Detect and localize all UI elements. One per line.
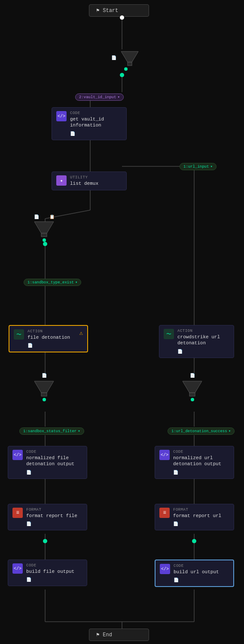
format-url-content: FORMAT format report url 📄 [173, 508, 221, 527]
url-input-badge[interactable]: 1:url_input ▾ [180, 163, 217, 170]
filter2-doc-icon: 📄 [34, 214, 39, 220]
vault-id-input-label: 2:vault_id_input [79, 95, 116, 99]
vault-code-icon: </> [56, 111, 67, 121]
url-detonation-chevron-icon: ▾ [229, 429, 231, 433]
filter2-dot [43, 238, 46, 242]
filter4-dot [191, 398, 194, 401]
sandbox-type-exist-label: 1:sandbox_type_exist [27, 280, 74, 285]
action-url-icon: 〜 [164, 329, 174, 339]
start-label: Start [103, 8, 118, 14]
format-file-name: format report file [26, 513, 77, 519]
format-file-output-dot [43, 539, 47, 543]
url-input-chevron-icon: ▾ [210, 164, 212, 169]
code-norm-file-type: CODE [26, 450, 74, 454]
end-node: ⚑ End [89, 629, 149, 641]
utility-name: list demux [70, 181, 98, 187]
svg-rect-28 [128, 62, 132, 66]
code-build-url-content: CODE build url output 📄 [174, 564, 219, 583]
action-file-icon: 〜 [14, 329, 24, 340]
code-norm-url-doc: 📄 [173, 470, 221, 475]
vault-code-name: get vault_id information [70, 116, 104, 129]
action-file-node[interactable]: 〜 ACTION file detonation 📄 ⚠ [9, 325, 88, 352]
url-input-label: 1:url_input [183, 165, 209, 169]
start-flag-icon: ⚑ [96, 7, 99, 14]
utility-content: UTILITY list demux [70, 175, 98, 187]
vault-code-content: CODE get vault_id information 📄 [70, 111, 104, 136]
filter1-dot [124, 67, 128, 71]
svg-marker-29 [34, 222, 54, 233]
code-norm-url-name: normalized url detonation output [173, 455, 221, 467]
code-norm-file-content: CODE normalized file detonation output 📄 [26, 450, 74, 475]
code-norm-file-doc: 📄 [26, 470, 74, 475]
action-url-node[interactable]: 〜 ACTION crowdstrike url detonation 📄 [159, 325, 234, 358]
filter4-funnel [180, 379, 204, 397]
filter-node-2: 📄 📋 [32, 214, 56, 242]
filter2-output-dot [43, 242, 47, 246]
filter-node-1: 📄 [111, 49, 140, 71]
svg-rect-32 [41, 393, 47, 396]
filter3-doc-icon: 📄 [42, 373, 47, 378]
vault-code-type: CODE [70, 111, 104, 115]
utility-icon: ✦ [56, 175, 67, 186]
code-norm-url-type: CODE [173, 450, 221, 454]
sandbox-status-chevron-icon: ▾ [78, 429, 80, 433]
filter2-clipboard-icon: 📋 [49, 214, 55, 220]
vault-code-doc: 📄 [70, 131, 104, 136]
code-build-file-type: CODE [26, 563, 74, 568]
code-norm-url-icon: </> [159, 450, 170, 460]
code-build-file-doc: 📄 [26, 577, 74, 582]
sandbox-status-filter-badge[interactable]: 1:sandbox_status_filter ▾ [19, 427, 84, 435]
code-build-file-content: CODE build file output 📄 [26, 563, 74, 582]
format-file-icon: ≡ [12, 508, 23, 518]
code-norm-file-node[interactable]: </> CODE normalized file detonation outp… [8, 446, 87, 479]
vault-code-node[interactable]: </> CODE get vault_id information 📄 [52, 107, 127, 140]
format-url-doc: 📄 [173, 521, 221, 527]
format-url-type: FORMAT [173, 508, 221, 512]
code-norm-url-node[interactable]: </> CODE normalized url detonation outpu… [155, 446, 234, 479]
sandbox-type-exist-badge[interactable]: 1:sandbox_type_exist ▾ [24, 279, 81, 286]
filter-node-4: 📄 [180, 373, 204, 401]
action-file-name: file detonation [27, 334, 76, 340]
utility-type: UTILITY [70, 175, 98, 180]
format-url-name: format report url [173, 513, 221, 519]
workflow-canvas: ⚑ Start 📄 2:vault_id_input ▾ </> CODE ge… [0, 0, 244, 644]
format-url-node[interactable]: ≡ FORMAT format report url 📄 [155, 504, 234, 530]
filter1-doc-icon: 📄 [111, 55, 116, 60]
filter3-dot [43, 398, 46, 401]
filter1-output-dot [120, 73, 124, 77]
code-norm-file-icon: </> [12, 450, 23, 460]
format-file-content: FORMAT format report file 📄 [26, 508, 77, 527]
filter2-funnel [32, 220, 56, 238]
code-build-url-name: build url output [174, 569, 219, 575]
code-build-file-node[interactable]: </> CODE build file output 📄 [8, 560, 87, 586]
filter3-funnel [32, 379, 56, 397]
filter-node-3: 📄 [32, 373, 56, 401]
code-build-url-icon: </> [160, 564, 170, 574]
svg-marker-27 [121, 51, 138, 62]
format-file-doc: 📄 [26, 521, 77, 527]
format-file-node[interactable]: ≡ FORMAT format report file 📄 [8, 504, 87, 530]
end-flag-icon: ⚑ [96, 632, 99, 638]
start-output-dot [120, 15, 124, 20]
sandbox-type-chevron-icon: ▾ [75, 280, 77, 285]
action-url-doc: 📄 [177, 349, 220, 354]
url-detonation-label: 1:url_detonation_success [171, 429, 227, 433]
vault-id-chevron-icon: ▾ [117, 95, 119, 99]
sandbox-status-label: 1:sandbox_status_filter [23, 429, 76, 433]
code-build-url-doc: 📄 [174, 578, 219, 583]
code-build-url-node[interactable]: </> CODE build url output 📄 [155, 560, 234, 587]
utility-node[interactable]: ✦ UTILITY list demux [52, 172, 127, 190]
code-norm-file-name: normalized file detonation output [26, 455, 74, 467]
code-build-file-icon: </> [12, 563, 23, 574]
action-file-type: ACTION [27, 329, 76, 334]
url-detonation-success-badge[interactable]: 1:url_detonation_success ▾ [168, 427, 235, 435]
action-url-type: ACTION [177, 329, 220, 333]
svg-rect-30 [41, 233, 47, 237]
vault-id-input-badge[interactable]: 2:vault_id_input ▾ [75, 93, 124, 101]
filter4-doc-icon: 📄 [190, 373, 195, 378]
filter1-funnel [119, 49, 140, 66]
action-file-doc: 📄 [27, 343, 76, 348]
code-build-url-type: CODE [174, 564, 219, 568]
end-label: End [103, 632, 112, 638]
action-url-name: crowdstrike url detonation [177, 334, 220, 346]
